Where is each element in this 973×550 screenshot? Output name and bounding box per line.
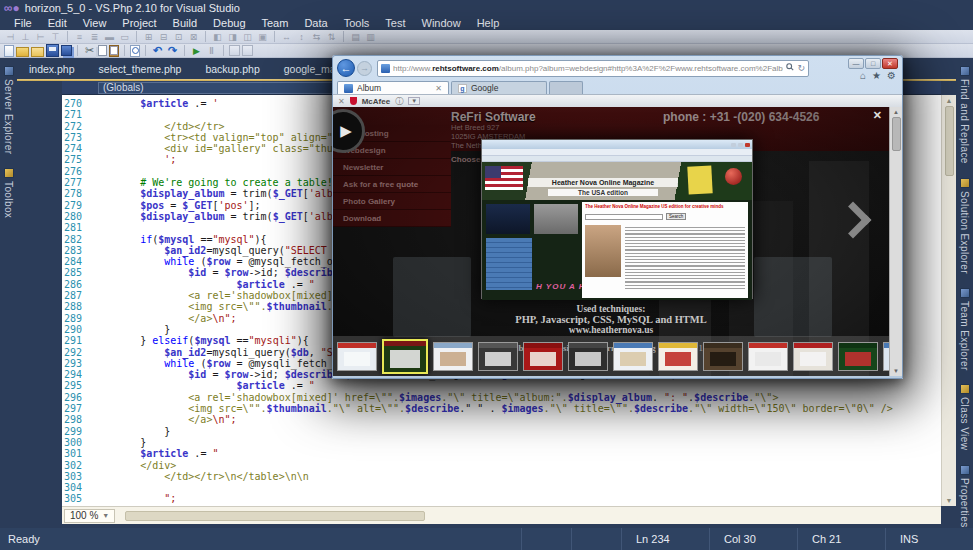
doc-tab-backup-php[interactable]: backup.php xyxy=(193,59,271,79)
toolbar-icon[interactable]: ≡ xyxy=(73,31,86,43)
lightbox-image[interactable]: Heather Nova Online Magazine The USA edi… xyxy=(481,139,753,299)
filmstrip-thumbnail-12[interactable] xyxy=(838,342,878,371)
toolbar-icon[interactable]: ≣ xyxy=(88,31,101,43)
scroll-up-icon[interactable]: ▲ xyxy=(893,107,899,117)
scrollbar-thumb[interactable] xyxy=(892,117,901,151)
filmstrip-thumbnail-6[interactable] xyxy=(568,342,608,371)
back-button[interactable]: ← xyxy=(337,59,355,77)
filmstrip-thumbnail-10[interactable] xyxy=(748,342,788,371)
toolbar-icon[interactable]: ↔ xyxy=(280,31,293,43)
toolbar-icon[interactable]: ⇆ xyxy=(310,31,323,43)
toolbar-icon[interactable]: ◧ xyxy=(211,31,224,43)
toolbar-icon[interactable]: ⊞ xyxy=(142,31,155,43)
menu-build[interactable]: Build xyxy=(165,17,205,29)
menu-file[interactable]: File xyxy=(6,17,40,29)
toolbar-icon[interactable]: ⊣ xyxy=(4,31,17,43)
toolbar-icon[interactable]: ▭ xyxy=(118,31,131,43)
tab-album[interactable]: Album ✕ xyxy=(337,81,449,94)
ie-browser-window[interactable]: ← → http://www.rehtsoftware.com/album.ph… xyxy=(332,55,903,379)
scrollbar-thumb[interactable] xyxy=(945,106,954,176)
brk-icon[interactable] xyxy=(205,44,218,57)
editor-vertical-scrollbar[interactable]: ▲ ▼ xyxy=(941,95,956,506)
filmstrip-thumbnail-8[interactable] xyxy=(658,342,698,371)
toolbar-icon[interactable]: ⊟ xyxy=(157,31,170,43)
toolbar-icon[interactable]: ◫ xyxy=(241,31,254,43)
fo-icon[interactable] xyxy=(31,47,44,57)
scroll-up-icon[interactable]: ▲ xyxy=(946,95,953,106)
doc-tab-select-theme-php[interactable]: select_theme.php xyxy=(87,59,194,79)
maximize-button[interactable]: □ xyxy=(865,58,881,69)
dock-tab-toolbox[interactable]: Toolbox xyxy=(0,168,17,218)
sv-icon[interactable] xyxy=(46,44,59,57)
tab-google[interactable]: g Google xyxy=(451,81,547,94)
cop-icon[interactable] xyxy=(98,45,107,56)
dock-tab-find-and-replace[interactable]: Find and Replace xyxy=(956,66,973,164)
menu-test[interactable]: Test xyxy=(377,17,413,29)
page-scrollbar[interactable]: ▲ ▼ xyxy=(889,107,902,376)
cut-icon[interactable] xyxy=(83,44,96,57)
filmstrip-thumbnail-7[interactable] xyxy=(613,342,653,371)
scroll-down-icon[interactable]: ▼ xyxy=(946,495,953,506)
address-bar[interactable]: http://www.rehtsoftware.com/album.php?al… xyxy=(377,60,809,77)
toolbar-icon[interactable]: ⊤ xyxy=(49,31,62,43)
toolbar-icon[interactable]: ⊢ xyxy=(34,31,47,43)
close-tab-icon[interactable]: ✕ xyxy=(435,84,442,93)
scroll-down-icon[interactable]: ▼ xyxy=(893,366,899,376)
op-icon[interactable] xyxy=(16,47,29,57)
info-icon[interactable]: ⓘ xyxy=(395,96,403,107)
dock-tab-server-explorer[interactable]: Server Explorer xyxy=(0,66,17,154)
dock-tab-solution-explorer[interactable]: Solution Explorer xyxy=(956,178,973,274)
home-icon[interactable]: ⌂ xyxy=(860,70,866,81)
refresh-icon[interactable]: ↻ xyxy=(797,63,805,73)
favorites-star-icon[interactable]: ★ xyxy=(872,70,881,81)
toolbar-icon[interactable]: ⇅ xyxy=(325,31,338,43)
menu-project[interactable]: Project xyxy=(114,17,164,29)
filmstrip-thumbnail-11[interactable] xyxy=(793,342,833,371)
menu-data[interactable]: Data xyxy=(296,17,335,29)
toolbar-icon[interactable]: ▬ xyxy=(103,31,116,43)
dock-tab-class-view[interactable]: Class View xyxy=(956,384,973,450)
pas-icon[interactable] xyxy=(109,45,119,57)
filmstrip-thumbnail-1[interactable] xyxy=(337,342,377,371)
filmstrip-thumbnail-2[interactable] xyxy=(382,339,428,374)
fnd-icon[interactable] xyxy=(130,45,140,57)
toolbar-icon[interactable]: ▣ xyxy=(256,31,269,43)
toolbar-icon[interactable]: ▥ xyxy=(364,31,377,43)
forward-button[interactable]: → xyxy=(357,61,372,76)
scope-dropdown[interactable]: (Globals) ▼ xyxy=(98,82,348,94)
toolbar-icon[interactable]: ⊥ xyxy=(19,31,32,43)
lightbox-close-icon[interactable]: ✕ xyxy=(873,109,882,122)
dock-tab-team-explorer[interactable]: Team Explorer xyxy=(956,288,973,371)
close-button[interactable]: ✕ xyxy=(882,58,898,69)
chevron-down-icon[interactable]: ▼ xyxy=(408,97,420,105)
filmstrip-thumbnail-4[interactable] xyxy=(478,342,518,371)
new-tab-button[interactable] xyxy=(549,81,583,94)
toolbar-icon[interactable]: ↕ xyxy=(295,31,308,43)
horizontal-scrollbar[interactable] xyxy=(125,511,425,521)
minimize-button[interactable]: — xyxy=(848,58,864,69)
m1-icon[interactable] xyxy=(229,45,240,56)
sa-icon[interactable] xyxy=(61,45,72,56)
menu-help[interactable]: Help xyxy=(469,17,508,29)
play-icon[interactable] xyxy=(190,44,203,57)
menu-view[interactable]: View xyxy=(75,17,115,29)
dock-tab-properties[interactable]: Properties xyxy=(956,465,973,528)
settings-gear-icon[interactable]: ⚙ xyxy=(887,70,896,81)
m2-icon[interactable] xyxy=(242,45,253,56)
close-toolbar-icon[interactable]: ✕ xyxy=(338,97,345,106)
und-icon[interactable] xyxy=(151,44,164,57)
filmstrip-thumbnail-3[interactable] xyxy=(433,342,473,371)
toolbar-icon[interactable]: ◨ xyxy=(226,31,239,43)
filmstrip-thumbnail-9[interactable] xyxy=(703,342,743,371)
menu-edit[interactable]: Edit xyxy=(40,17,75,29)
menu-window[interactable]: Window xyxy=(414,17,469,29)
toolbar-icon[interactable]: ⊡ xyxy=(172,31,185,43)
zoom-control[interactable]: 100 % ▼ xyxy=(64,509,115,523)
np-icon[interactable] xyxy=(4,45,14,57)
search-icon[interactable] xyxy=(786,63,794,73)
menu-tools[interactable]: Tools xyxy=(336,17,378,29)
toolbar-icon[interactable]: ▤ xyxy=(349,31,362,43)
menu-debug[interactable]: Debug xyxy=(205,17,253,29)
doc-tab-index-php[interactable]: index.php xyxy=(17,59,87,79)
red-icon[interactable] xyxy=(166,44,179,57)
